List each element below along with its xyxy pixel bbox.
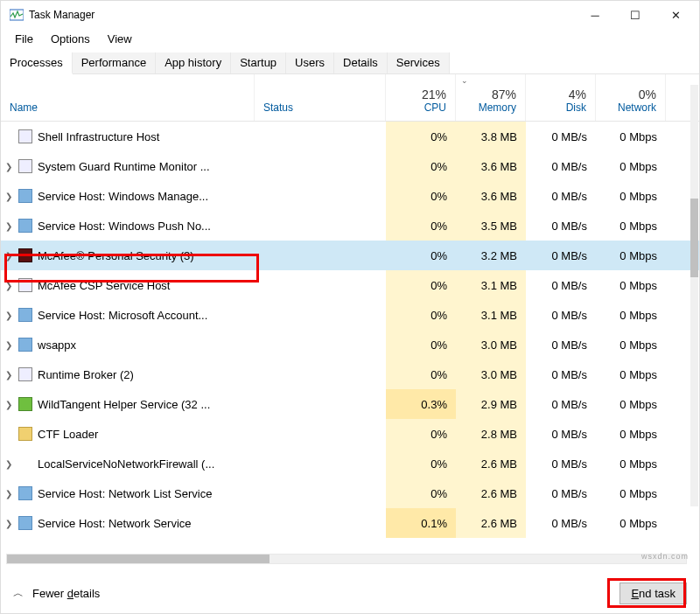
process-disk: 0 MB/s <box>526 220 596 233</box>
tab-processes[interactable]: Processes <box>1 52 73 74</box>
process-icon <box>18 427 32 441</box>
expand-chevron-icon[interactable]: ❯ <box>1 221 17 231</box>
expand-chevron-icon[interactable]: ❯ <box>1 192 17 201</box>
process-cpu: 0% <box>386 449 456 478</box>
process-name: Service Host: Network Service <box>38 517 192 530</box>
process-cpu: 0% <box>386 270 456 300</box>
process-disk: 0 MB/s <box>526 368 596 381</box>
process-name: McAfee® Personal Security (3) <box>38 249 194 262</box>
expand-chevron-icon[interactable]: ❯ <box>1 459 17 469</box>
process-memory: 3.5 MB <box>456 211 526 241</box>
process-network: 0 Mbps <box>596 398 666 411</box>
tab-details[interactable]: Details <box>334 52 388 73</box>
process-memory: 3.0 MB <box>456 330 526 359</box>
maximize-button[interactable]: ☐ <box>615 1 655 29</box>
process-name: LocalServiceNoNetworkFirewall (... <box>38 457 214 471</box>
process-name: Service Host: Network List Service <box>38 487 212 500</box>
process-network: 0 Mbps <box>596 487 666 500</box>
process-icon <box>18 189 32 203</box>
process-name: WildTangent Helper Service (32 ... <box>38 398 210 411</box>
process-row[interactable]: ❯wsappx0%3.0 MB0 MB/s0 Mbps <box>1 330 699 359</box>
watermark: wsxdn.com <box>641 552 689 561</box>
process-row[interactable]: ❯Service Host: Windows Manage...0%3.6 MB… <box>1 181 699 211</box>
chevron-up-icon[interactable]: ︿ <box>13 586 24 601</box>
process-disk: 0 MB/s <box>526 398 596 411</box>
horizontal-scrollbar[interactable] <box>6 554 687 564</box>
process-row[interactable]: ❯Runtime Broker (2)0%3.0 MB0 MB/s0 Mbps <box>1 359 699 389</box>
expand-chevron-icon[interactable]: ❯ <box>1 340 17 350</box>
process-cpu: 0% <box>386 359 456 389</box>
menubar: File Options View <box>1 29 699 52</box>
process-row[interactable]: ❯McAfee® Personal Security (3)0%3.2 MB0 … <box>1 241 699 270</box>
process-network: 0 Mbps <box>596 309 666 322</box>
tab-services[interactable]: Services <box>388 52 450 73</box>
process-row[interactable]: ❯LocalServiceNoNetworkFirewall (...0%2.6… <box>1 449 699 478</box>
expand-chevron-icon[interactable]: ❯ <box>1 519 17 528</box>
tab-users[interactable]: Users <box>286 52 334 73</box>
vertical-scrollbar-thumb[interactable] <box>690 199 698 277</box>
process-name: System Guard Runtime Monitor ... <box>38 160 210 173</box>
expand-chevron-icon[interactable]: ❯ <box>1 370 17 380</box>
process-icon <box>18 248 32 262</box>
process-memory: 2.8 MB <box>456 419 526 449</box>
menu-options[interactable]: Options <box>42 31 99 47</box>
process-memory: 3.1 MB <box>456 300 526 330</box>
process-network: 0 Mbps <box>596 338 666 352</box>
process-cpu: 0% <box>386 330 456 359</box>
process-network: 0 Mbps <box>596 368 666 381</box>
process-row[interactable]: ❯Shell Infrastructure Host0%3.8 MB0 MB/s… <box>1 122 699 151</box>
minimize-button[interactable]: ─ <box>575 1 615 29</box>
process-row[interactable]: ❯Service Host: Microsoft Account...0%3.1… <box>1 300 699 330</box>
tab-app-history[interactable]: App history <box>156 52 231 73</box>
process-disk: 0 MB/s <box>526 190 596 203</box>
process-memory: 3.2 MB <box>456 241 526 270</box>
process-name: wsappx <box>38 338 76 352</box>
process-cpu: 0% <box>386 419 456 449</box>
process-network: 0 Mbps <box>596 220 666 233</box>
end-task-button[interactable]: End task <box>620 583 687 604</box>
process-name: Shell Infrastructure Host <box>38 130 159 143</box>
process-icon <box>18 278 32 292</box>
column-status[interactable]: Status <box>255 74 386 121</box>
process-disk: 0 MB/s <box>526 428 596 441</box>
process-name: Service Host: Windows Manage... <box>38 190 208 203</box>
window-title: Task Manager <box>29 9 575 21</box>
process-row[interactable]: ❯WildTangent Helper Service (32 ...0.3%2… <box>1 389 699 419</box>
fewer-details-link[interactable]: Fewer details <box>32 587 100 600</box>
process-cpu: 0% <box>386 122 456 151</box>
column-disk[interactable]: 4% Disk <box>526 74 596 121</box>
process-network: 0 Mbps <box>596 190 666 203</box>
process-list: ❯Shell Infrastructure Host0%3.8 MB0 MB/s… <box>1 122 699 546</box>
expand-chevron-icon[interactable]: ❯ <box>1 310 17 320</box>
close-button[interactable]: ✕ <box>655 1 696 29</box>
titlebar: Task Manager ─ ☐ ✕ <box>1 1 699 29</box>
process-disk: 0 MB/s <box>526 338 596 352</box>
process-row[interactable]: ❯CTF Loader0%2.8 MB0 MB/s0 Mbps <box>1 419 699 449</box>
process-cpu: 0% <box>386 181 456 211</box>
column-name[interactable]: Name <box>1 74 255 121</box>
process-memory: 2.6 MB <box>456 449 526 478</box>
process-row[interactable]: ❯McAfee CSP Service Host0%3.1 MB0 MB/s0 … <box>1 270 699 300</box>
process-memory: 2.6 MB <box>456 478 526 508</box>
expand-chevron-icon[interactable]: ❯ <box>1 489 17 499</box>
column-network[interactable]: 0% Network <box>596 74 666 121</box>
horizontal-scrollbar-thumb[interactable] <box>7 555 270 563</box>
menu-file[interactable]: File <box>6 31 42 47</box>
expand-chevron-icon[interactable]: ❯ <box>1 162 17 171</box>
process-network: 0 Mbps <box>596 428 666 441</box>
tab-startup[interactable]: Startup <box>231 52 286 73</box>
process-row[interactable]: ❯System Guard Runtime Monitor ...0%3.6 M… <box>1 151 699 181</box>
tab-performance[interactable]: Performance <box>73 52 156 73</box>
process-row[interactable]: ❯Service Host: Network List Service0%2.6… <box>1 478 699 508</box>
expand-chevron-icon[interactable]: ❯ <box>1 281 17 290</box>
expand-chevron-icon[interactable]: ❯ <box>1 251 17 261</box>
column-cpu[interactable]: 21% CPU <box>386 74 456 121</box>
vertical-scrollbar[interactable] <box>690 85 698 506</box>
process-row[interactable]: ❯Service Host: Windows Push No...0%3.5 M… <box>1 211 699 241</box>
process-row[interactable]: ❯Service Host: Network Service0.1%2.6 MB… <box>1 508 699 538</box>
process-disk: 0 MB/s <box>526 517 596 530</box>
menu-view[interactable]: View <box>99 31 141 47</box>
expand-chevron-icon[interactable]: ❯ <box>1 400 17 409</box>
process-network: 0 Mbps <box>596 457 666 471</box>
process-icon <box>18 367 32 381</box>
